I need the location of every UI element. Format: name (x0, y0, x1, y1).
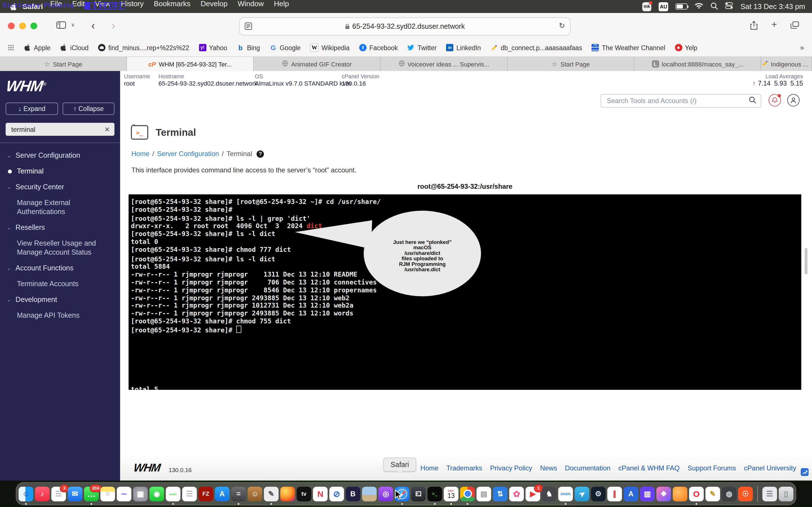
collapse-button[interactable]: ↑ Collapse (63, 103, 114, 115)
bookmarks-overflow-chevron[interactable]: » (800, 43, 804, 52)
dock-icon-network-blocked[interactable]: ⊘ (329, 487, 344, 501)
dock-icon-transmit[interactable]: ⇅ (493, 487, 507, 501)
footer-link-news[interactable]: News (540, 464, 557, 472)
tab-4[interactable]: Voiceover ideas ... Supervis... (380, 57, 507, 71)
search-icon[interactable] (749, 96, 756, 106)
dock-icon-messages[interactable]: …204 (84, 487, 99, 501)
footer-link-home[interactable]: Home (420, 464, 439, 472)
scrollbar-thumb[interactable] (805, 248, 808, 274)
input-source-badge[interactable]: AU (659, 2, 668, 11)
dock-icon-app-store[interactable]: A (215, 487, 230, 501)
dock-icon-chess[interactable]: ♞ (542, 487, 557, 501)
dock-icon-parallels[interactable]: ∥ (607, 487, 622, 501)
bookmark-item[interactable]: TheWeatherChannelThe Weather Channel (592, 44, 665, 51)
expand-button[interactable]: ↓ Expand (6, 103, 58, 115)
sidebar-section-resellers[interactable]: ⌄Resellers (0, 220, 120, 235)
dock-icon-image-viewer[interactable] (362, 487, 377, 501)
sidebar-item-manage-external-authentications[interactable]: Manage External Authentications (0, 195, 119, 220)
bookmark-item[interactable]: bBing (237, 44, 260, 51)
dock-icon-gimp[interactable]: ✎ (264, 487, 278, 501)
dock-icon-trash[interactable]: ▯ (779, 487, 794, 501)
dock-icon-photos[interactable]: ✿ (509, 487, 524, 501)
footer-link-cpanel-whm-faq[interactable]: cPanel & WHM FAQ (618, 464, 679, 472)
dock-icon-terminal-dark[interactable]: >_ (427, 487, 442, 501)
dock-icon-disc-burner[interactable]: ◍ (722, 487, 737, 501)
dock-icon-terminal-utility[interactable]: >_ (411, 487, 426, 501)
dock-icon-music[interactable]: ♪ (35, 487, 50, 501)
dock-icon-telegram[interactable]: ➤ (574, 487, 589, 501)
dock-icon-calculator[interactable]: = (231, 487, 246, 501)
tab-overview-icon[interactable] (791, 21, 799, 31)
dock-icon-opera[interactable]: O (689, 487, 704, 501)
clear-search-icon[interactable]: ✕ (104, 125, 110, 133)
metrics-icon[interactable] (801, 468, 809, 476)
minimize-window-button[interactable] (19, 22, 26, 29)
footer-link-documentation[interactable]: Documentation (565, 464, 610, 472)
bookmark-item[interactable]: WWikipedia (310, 43, 350, 52)
notifications-bell-icon[interactable] (769, 94, 781, 107)
menu-bar-clock[interactable]: Sat 13 Dec 3:43 pm (741, 2, 805, 11)
dock-icon-design-tool[interactable]: ✎ (705, 487, 720, 501)
dock-icon-podcasts[interactable]: ◎ (378, 487, 393, 501)
sidebar-item-terminal[interactable]: Terminal (0, 163, 119, 179)
dock-icon-notes[interactable]: ≡ (100, 487, 115, 501)
tab-5[interactable]: ☆Start Page (507, 57, 635, 71)
bookmark-item[interactable]: ✶Yelp (675, 44, 697, 51)
bookmark-item[interactable]: GGoogle (269, 44, 301, 51)
sidebar-section-security-center[interactable]: ⌄Security Center (0, 179, 120, 195)
menu-item-bookmarks[interactable]: Bookmarks (154, 0, 191, 14)
sidebar-item-view-reseller-usage-and-manage-account-status[interactable]: View Reseller Usage and Manage Account S… (0, 235, 119, 260)
reload-icon[interactable]: ↻ (559, 21, 565, 30)
sidebar-section-server-configuration[interactable]: ⌄Server Configuration (0, 148, 120, 163)
dock-icon-freeform[interactable]: ∼ (117, 487, 132, 501)
dock-icon-reminders[interactable]: ☰3 (51, 487, 66, 501)
battery-icon[interactable] (675, 3, 688, 10)
dock-icon-writer[interactable]: A (624, 487, 638, 501)
dock-icon-robot-app[interactable]: ☉ (738, 487, 753, 501)
dock-icon-media-player[interactable]: ▶1 (525, 487, 540, 501)
bookmark-item[interactable]: fFacebook (359, 44, 398, 51)
breadcrumb-link-home[interactable]: Home (132, 150, 149, 158)
bookmark-item[interactable]: y!Yahoo (199, 44, 227, 51)
tab-3[interactable]: Animated GIF Creator (254, 57, 380, 71)
share-icon[interactable] (750, 21, 758, 32)
dock-icon-bbedit[interactable]: B (346, 487, 360, 501)
dock-icon-filezilla[interactable]: FZ (199, 487, 213, 501)
dock-icon-steam[interactable]: ⚙ (591, 487, 606, 501)
dock-icon-facetime[interactable]: ◉ (149, 487, 164, 501)
dock-icon-exec-doc[interactable]: exec (166, 487, 181, 501)
bookmark-item[interactable]: iCloud (60, 44, 89, 51)
page-format-icon[interactable] (245, 22, 252, 32)
whm-logo[interactable]: WHM® (5, 78, 47, 95)
account-avatar-icon[interactable] (787, 94, 800, 107)
tab-7[interactable]: Indigenous Australia Image... (761, 57, 812, 71)
sidebar-chevron-icon[interactable]: ∨ (71, 22, 75, 27)
dock-icon-mail[interactable]: ✉ (68, 487, 82, 501)
control-center-icon[interactable] (725, 2, 733, 11)
dock-icon-chrome[interactable] (460, 487, 475, 501)
menu-item-help[interactable]: Help (274, 0, 289, 14)
footer-link-privacy-policy[interactable]: Privacy Policy (490, 464, 532, 472)
wifi-icon[interactable] (695, 2, 703, 11)
forward-button[interactable]: › (112, 21, 115, 31)
sidebar-section-development[interactable]: ⌄Development (0, 292, 120, 307)
new-tab-button[interactable]: + (771, 19, 777, 31)
back-button[interactable]: ‹ (91, 21, 95, 31)
dock-icon-calendar[interactable]: DEC13 (444, 487, 458, 501)
footer-link-trademarks[interactable]: Trademarks (446, 464, 482, 472)
dock-icon-documents-stack[interactable]: ☰ (762, 487, 777, 501)
dock-icon-pages-doc[interactable]: ▤ (476, 487, 491, 501)
address-bar[interactable]: 65-254-93-32.syd02.dsuser.network ↻ (239, 17, 571, 36)
breadcrumb-link-server-configuration[interactable]: Server Configuration (157, 150, 219, 158)
dock-icon-firefox[interactable] (280, 487, 295, 501)
dock-icon-zoom[interactable]: zoom (558, 487, 573, 501)
bookmark-item[interactable]: find_minus....rep+%22s%22 (98, 44, 189, 51)
help-icon[interactable]: ? (257, 150, 264, 158)
tools-search-input[interactable] (606, 96, 749, 105)
dock-icon-orange-browser[interactable] (673, 487, 688, 501)
bookmark-item[interactable]: db_connect.p...aaasaaafaas (491, 44, 582, 51)
menu-item-develop[interactable]: Develop (201, 0, 227, 14)
footer-link-cpanel-university[interactable]: cPanel University (744, 464, 796, 472)
dock-icon-shortcuts[interactable]: ❖ (656, 487, 671, 501)
terminal-pane[interactable]: [root@65-254-93-32 share]# [root@65-254-… (129, 194, 801, 390)
